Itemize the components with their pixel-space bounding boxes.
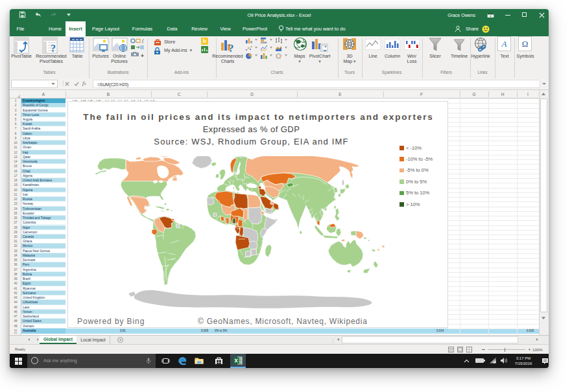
- svg-text:?: ?: [228, 42, 234, 54]
- svg-text:?: ?: [51, 43, 56, 54]
